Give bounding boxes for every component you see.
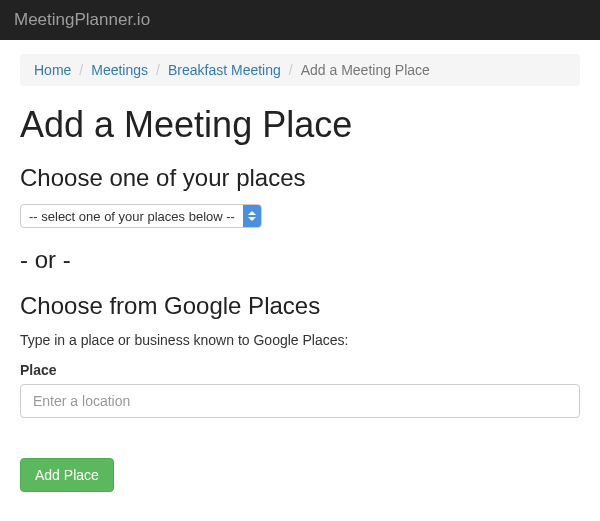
or-divider: - or - — [20, 246, 580, 274]
place-input[interactable] — [20, 384, 580, 418]
main-container: Home / Meetings / Breakfast Meeting / Ad… — [0, 40, 600, 512]
add-place-button[interactable]: Add Place — [20, 458, 114, 492]
section-choose-own: Choose one of your places — [20, 164, 580, 192]
place-select[interactable]: -- select one of your places below -- — [20, 204, 262, 228]
place-select-value: -- select one of your places below -- — [21, 205, 243, 227]
section-google-places: Choose from Google Places — [20, 292, 580, 320]
chevron-updown-icon — [243, 205, 261, 227]
google-help-text: Type in a place or business known to Goo… — [20, 332, 580, 348]
breadcrumb-active: Add a Meeting Place — [301, 62, 430, 78]
breadcrumb-home[interactable]: Home — [34, 62, 71, 78]
svg-marker-0 — [248, 211, 256, 215]
place-label: Place — [20, 362, 580, 378]
breadcrumb-meetings[interactable]: Meetings — [91, 62, 148, 78]
brand[interactable]: MeetingPlanner.io — [14, 10, 150, 30]
breadcrumb-sep: / — [148, 62, 168, 78]
breadcrumb-sep: / — [281, 62, 301, 78]
svg-marker-1 — [248, 217, 256, 221]
breadcrumb: Home / Meetings / Breakfast Meeting / Ad… — [20, 54, 580, 86]
page-title: Add a Meeting Place — [20, 104, 580, 146]
breadcrumb-sep: / — [71, 62, 91, 78]
breadcrumb-breakfast-meeting[interactable]: Breakfast Meeting — [168, 62, 281, 78]
navbar: MeetingPlanner.io — [0, 0, 600, 40]
